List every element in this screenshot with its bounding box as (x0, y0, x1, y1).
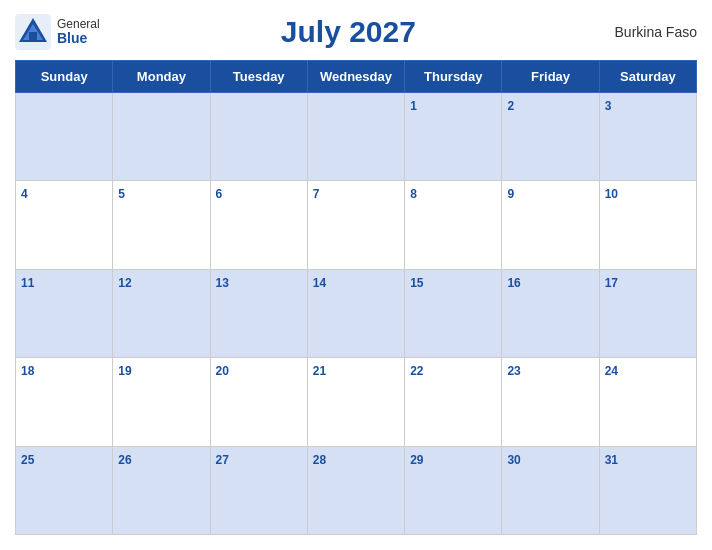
calendar-cell: 2 (502, 93, 599, 181)
week-row-3: 18192021222324 (16, 358, 697, 446)
weekday-wednesday: Wednesday (307, 61, 404, 93)
day-number: 17 (605, 276, 618, 290)
day-number: 7 (313, 187, 320, 201)
calendar-cell: 11 (16, 269, 113, 357)
logo: General Blue (15, 14, 100, 50)
calendar-cell: 9 (502, 181, 599, 269)
calendar-cell: 15 (405, 269, 502, 357)
calendar-cell: 7 (307, 181, 404, 269)
day-number: 9 (507, 187, 514, 201)
day-number: 22 (410, 364, 423, 378)
day-number: 10 (605, 187, 618, 201)
calendar-cell: 23 (502, 358, 599, 446)
calendar-cell: 26 (113, 446, 210, 534)
calendar-cell: 14 (307, 269, 404, 357)
day-number: 15 (410, 276, 423, 290)
weekday-sunday: Sunday (16, 61, 113, 93)
logo-text: General Blue (57, 18, 100, 47)
calendar-cell: 18 (16, 358, 113, 446)
weekday-friday: Friday (502, 61, 599, 93)
day-number: 18 (21, 364, 34, 378)
day-number: 4 (21, 187, 28, 201)
week-row-4: 25262728293031 (16, 446, 697, 534)
day-number: 26 (118, 453, 131, 467)
logo-icon (15, 14, 51, 50)
day-number: 6 (216, 187, 223, 201)
day-number: 28 (313, 453, 326, 467)
day-number: 2 (507, 99, 514, 113)
day-number: 29 (410, 453, 423, 467)
svg-rect-3 (29, 32, 37, 42)
calendar-cell (210, 93, 307, 181)
calendar-cell: 12 (113, 269, 210, 357)
calendar-cell: 3 (599, 93, 696, 181)
day-number: 14 (313, 276, 326, 290)
calendar-cell: 4 (16, 181, 113, 269)
weekday-monday: Monday (113, 61, 210, 93)
calendar-cell: 25 (16, 446, 113, 534)
calendar-cell: 27 (210, 446, 307, 534)
day-number: 8 (410, 187, 417, 201)
weekday-thursday: Thursday (405, 61, 502, 93)
page-header: General Blue July 2027 Burkina Faso (15, 10, 697, 54)
calendar-cell: 19 (113, 358, 210, 446)
calendar-cell: 30 (502, 446, 599, 534)
calendar-cell: 22 (405, 358, 502, 446)
calendar-cell: 13 (210, 269, 307, 357)
calendar-cell: 6 (210, 181, 307, 269)
day-number: 19 (118, 364, 131, 378)
week-row-0: 123 (16, 93, 697, 181)
weekday-tuesday: Tuesday (210, 61, 307, 93)
day-number: 25 (21, 453, 34, 467)
calendar-cell: 29 (405, 446, 502, 534)
country-label: Burkina Faso (597, 24, 697, 40)
calendar-title: July 2027 (100, 15, 597, 49)
week-row-1: 45678910 (16, 181, 697, 269)
calendar-cell: 31 (599, 446, 696, 534)
day-number: 16 (507, 276, 520, 290)
calendar-cell: 8 (405, 181, 502, 269)
day-number: 21 (313, 364, 326, 378)
day-number: 30 (507, 453, 520, 467)
day-number: 31 (605, 453, 618, 467)
week-row-2: 11121314151617 (16, 269, 697, 357)
calendar-body: 1234567891011121314151617181920212223242… (16, 93, 697, 535)
calendar-table: SundayMondayTuesdayWednesdayThursdayFrid… (15, 60, 697, 535)
calendar-cell: 28 (307, 446, 404, 534)
calendar-cell: 5 (113, 181, 210, 269)
day-number: 11 (21, 276, 34, 290)
calendar-cell: 24 (599, 358, 696, 446)
logo-blue-text: Blue (57, 31, 100, 46)
calendar-cell (16, 93, 113, 181)
calendar-cell (307, 93, 404, 181)
calendar-cell: 16 (502, 269, 599, 357)
logo-general-text: General (57, 18, 100, 31)
calendar-cell (113, 93, 210, 181)
day-number: 1 (410, 99, 417, 113)
day-number: 20 (216, 364, 229, 378)
day-number: 13 (216, 276, 229, 290)
day-number: 27 (216, 453, 229, 467)
day-number: 23 (507, 364, 520, 378)
weekday-saturday: Saturday (599, 61, 696, 93)
day-number: 3 (605, 99, 612, 113)
weekday-header-row: SundayMondayTuesdayWednesdayThursdayFrid… (16, 61, 697, 93)
calendar-cell: 10 (599, 181, 696, 269)
calendar-cell: 1 (405, 93, 502, 181)
calendar-cell: 17 (599, 269, 696, 357)
day-number: 12 (118, 276, 131, 290)
day-number: 5 (118, 187, 125, 201)
calendar-cell: 21 (307, 358, 404, 446)
calendar-cell: 20 (210, 358, 307, 446)
day-number: 24 (605, 364, 618, 378)
